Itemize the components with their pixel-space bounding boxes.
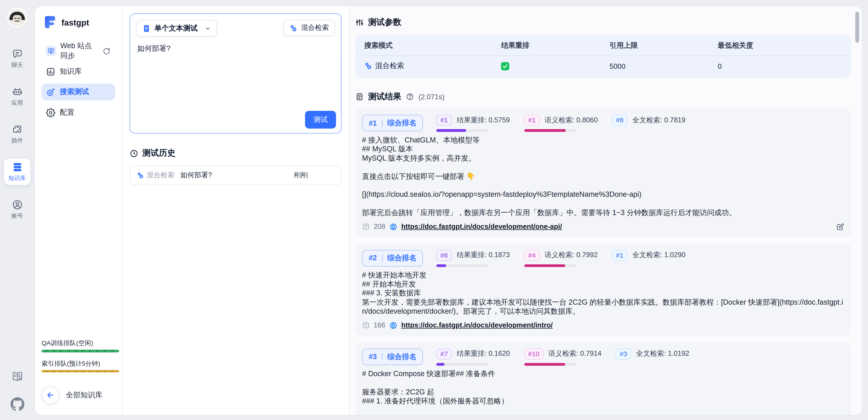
docs-book-icon[interactable]	[11, 370, 24, 383]
search-mode-cell: 混合检索	[364, 61, 501, 71]
rail-item-chat[interactable]: 聊天	[4, 46, 31, 72]
metric-rank-badge: #10	[524, 348, 544, 359]
app-root: 聊天 应用 插件 知识库 账号	[0, 0, 868, 420]
divider	[382, 119, 382, 127]
rail-item-account[interactable]: 账号	[4, 196, 31, 223]
globe-icon	[389, 321, 398, 330]
chat-icon	[11, 48, 23, 60]
metric-progress	[524, 363, 576, 365]
col-search-mode: 搜索模式	[364, 41, 501, 51]
result-content: # 快速开始本地开发 ## 开始本地开发 ### 3. 安装数据库 第一次开发，…	[362, 271, 844, 316]
metric-label: 语义检索: 0.7992	[545, 250, 597, 260]
rail-item-label: 聊天	[11, 62, 23, 69]
metric-rank-badge: #1	[524, 115, 540, 126]
rail-bottom	[10, 370, 24, 420]
result-card-footer: 166 https://doc.fastgpt.in/docs/developm…	[362, 321, 844, 330]
rail-item-dataset[interactable]: 知识库	[4, 158, 31, 185]
rerank-metric: #6 结果重排: 0.1873	[436, 250, 510, 267]
rerank-metric: #7 结果重排: 0.1620	[436, 348, 510, 365]
globe-icon	[389, 222, 398, 231]
quote-limit-value: 5000	[610, 62, 718, 70]
divider	[382, 254, 382, 262]
left-rail: 聊天 应用 插件 知识库 账号	[0, 0, 34, 420]
history-time: 刚刚	[294, 171, 308, 180]
history-item-mode: 混合检索	[137, 171, 174, 180]
document-icon	[142, 24, 151, 33]
back-row: 全部知识库	[41, 386, 115, 404]
qa-queue-label: QA训练排队(空闲)	[41, 339, 115, 348]
retrieval-mode-button[interactable]: 混合检索	[283, 20, 335, 36]
metric-label: 结果重排: 0.5759	[457, 116, 510, 125]
overall-rank-badge: #3 综合排名	[362, 348, 423, 365]
refresh-icon[interactable]	[102, 47, 111, 55]
source-link[interactable]: https://doc.fastgpt.in/docs/development/…	[401, 321, 553, 329]
search-test-panel: 单个文本测试 混合检索 如何部署? 测试 测试历史 混	[122, 6, 349, 415]
rank-number: #1	[369, 119, 377, 127]
metric-progress	[524, 264, 576, 267]
result-card-head: #3 综合排名 #7 结果重排: 0.1620 #10 语义检索: 0.7914	[362, 348, 844, 365]
brand-name: fastgpt	[62, 18, 89, 27]
avatar-image	[8, 9, 26, 27]
result-content: # Docker Compose 快速部署## 准备条件 服务器要求：2C2G …	[362, 369, 844, 415]
input-head: 单个文本测试 混合检索	[136, 20, 335, 36]
metric-progress	[436, 129, 488, 132]
sidebar-item-label: 搜索测试	[60, 87, 89, 97]
arrow-left-icon	[46, 391, 55, 399]
embedding-metric: #10 语义检索: 0.7914	[524, 348, 601, 365]
source-link[interactable]: https://doc.fastgpt.in/docs/development/…	[401, 223, 562, 231]
fulltext-metric: #8 全文检索: 0.7819	[612, 115, 685, 132]
query-input[interactable]: 如何部署?	[137, 44, 334, 54]
result-content: # 接入微软、ChatGLM、本地模型等 ## MySQL 版本 MySQL 版…	[362, 136, 844, 217]
results-panel: 测试参数 搜索模式 结果重排 引用上限 最低相关度 混合检索	[349, 6, 862, 415]
rail-item-apps[interactable]: 应用	[4, 83, 31, 110]
metric-rank-badge: #7	[436, 348, 452, 359]
fulltext-metric: #1 全文检索: 1.0290	[612, 250, 685, 267]
test-mode-selector[interactable]: 单个文本测试	[136, 20, 217, 36]
retrieval-mode-label: 混合检索	[301, 23, 329, 33]
test-input-card[interactable]: 单个文本测试 混合检索 如何部署? 测试	[129, 13, 342, 134]
index-queue-progress	[41, 370, 119, 372]
embedding-metric: #1 语义检索: 0.8060	[524, 115, 598, 132]
results-title: 测试结果	[368, 91, 401, 102]
metric-label: 全文检索: 1.0290	[632, 250, 685, 260]
scrollbar-thumb[interactable]	[855, 11, 859, 42]
min-relevance-value: 0	[718, 62, 842, 70]
rerank-metric: #1 结果重排: 0.5759	[436, 115, 510, 132]
github-icon[interactable]	[10, 397, 24, 411]
rank-label: 综合排名	[387, 118, 416, 128]
hybrid-search-icon	[137, 172, 144, 179]
edit-icon[interactable]	[836, 222, 844, 231]
sidebar-item-web-sync[interactable]: Web 站点同步	[41, 43, 115, 59]
user-avatar[interactable]	[8, 9, 26, 27]
rail-item-plugins[interactable]: 插件	[4, 121, 31, 147]
divider	[382, 353, 382, 360]
params-title: 测试参数	[368, 17, 401, 28]
test-mode-label: 单个文本测试	[154, 23, 197, 33]
run-test-button[interactable]: 测试	[305, 111, 336, 128]
params-header-row: 搜索模式 结果重排 引用上限 最低相关度	[355, 35, 851, 56]
history-item[interactable]: 混合检索 如何部署? 刚刚	[129, 166, 342, 185]
help-icon[interactable]	[406, 92, 414, 101]
rail-item-label: 账号	[11, 212, 23, 220]
sidebar-item-search-test[interactable]: 搜索测试	[41, 84, 115, 100]
metric-rank-badge: #1	[612, 250, 627, 261]
metric-label: 结果重排: 0.1873	[457, 250, 510, 260]
rank-label: 综合排名	[387, 352, 416, 362]
sidebar-item-dataset[interactable]: 知识库	[41, 63, 115, 80]
token-icon	[362, 321, 370, 329]
params-table: 搜索模式 结果重排 引用上限 最低相关度 混合检索 5000 0	[355, 35, 851, 78]
gear-icon	[46, 108, 55, 117]
rail-nav: 聊天 应用 插件 知识库 账号	[0, 46, 34, 223]
sidebar-item-label: 配置	[60, 108, 74, 117]
back-button[interactable]	[41, 386, 59, 404]
history-query: 如何部署?	[180, 171, 212, 180]
history-mode-label: 混合检索	[147, 171, 174, 180]
rail-item-label: 应用	[11, 99, 23, 107]
params-value-row: 混合检索 5000 0	[355, 56, 851, 78]
metric-label: 语义检索: 0.7914	[548, 349, 601, 359]
sidebar-item-label: Web 站点同步	[60, 41, 98, 61]
hybrid-search-icon	[364, 62, 372, 70]
sidebar-item-config[interactable]: 配置	[41, 104, 115, 121]
metric-label: 全文检索: 0.7819	[632, 116, 685, 125]
result-card-head: #1 综合排名 #1 结果重排: 0.5759 #1 语义检索: 0.8060	[362, 115, 844, 132]
